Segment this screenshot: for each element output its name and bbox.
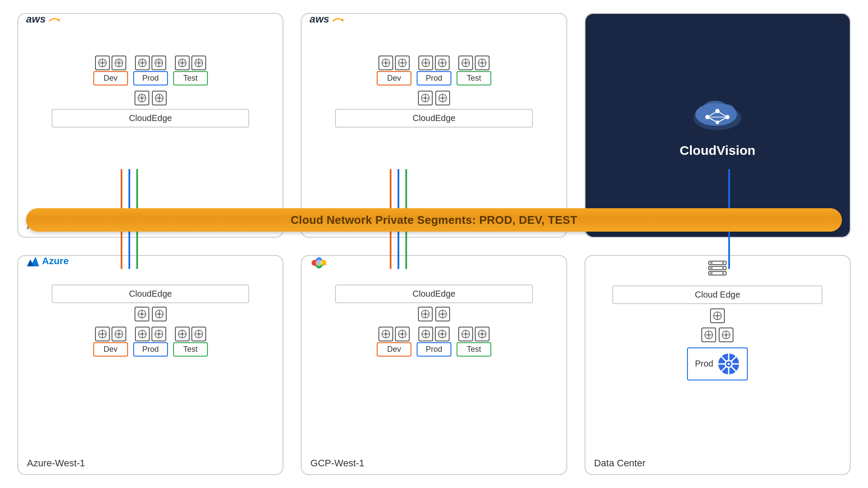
router-icon bbox=[378, 327, 393, 341]
router-icon bbox=[475, 56, 490, 70]
kubernetes-icon bbox=[717, 353, 740, 375]
router-icon bbox=[378, 56, 393, 70]
dev-segment: Dev bbox=[93, 54, 128, 85]
router-icon bbox=[418, 56, 433, 70]
azure-west-region: Azure CloudEdge Dev bbox=[17, 255, 283, 475]
aws-arrow-icon bbox=[48, 15, 60, 23]
dev-segment: Dev bbox=[377, 325, 411, 357]
svg-point-195 bbox=[717, 315, 718, 317]
prod-segment: Prod bbox=[417, 54, 451, 85]
cloud-edge-router bbox=[418, 307, 433, 321]
svg-rect-190 bbox=[710, 272, 713, 274]
svg-point-203 bbox=[725, 334, 727, 336]
gcp-logo bbox=[309, 255, 329, 271]
svg-line-54 bbox=[139, 95, 141, 97]
gcp-west-region: CloudEdge Dev Prod bbox=[301, 255, 567, 475]
svg-line-61 bbox=[161, 95, 162, 97]
aws-logo-2: aws bbox=[309, 13, 344, 25]
region-label-datacenter: Data Center bbox=[594, 458, 646, 469]
cloud-edge-router bbox=[435, 91, 450, 105]
svg-point-170 bbox=[425, 333, 427, 335]
cloud-edge-router-dc bbox=[710, 308, 725, 323]
router-icon bbox=[458, 56, 473, 70]
vpc-row-top: Dev Prod bbox=[27, 54, 274, 85]
svg-point-185 bbox=[722, 262, 724, 264]
cloud-edge-box-azure: CloudEdge bbox=[52, 285, 249, 303]
prod-label: Prod bbox=[417, 342, 451, 357]
router-icon bbox=[719, 328, 733, 342]
svg-line-30 bbox=[140, 60, 141, 62]
test-segment: Test bbox=[457, 54, 491, 85]
svg-point-83 bbox=[465, 62, 467, 64]
svg-line-55 bbox=[143, 95, 145, 97]
svg-point-137 bbox=[158, 333, 160, 335]
svg-point-188 bbox=[722, 267, 724, 269]
router-icon bbox=[175, 56, 190, 70]
prod-k8s-row: Prod bbox=[687, 347, 748, 380]
router-icon bbox=[175, 327, 190, 341]
test-label: Test bbox=[457, 71, 491, 85]
aws-text: aws bbox=[26, 13, 46, 25]
dev-segment: Dev bbox=[377, 54, 411, 85]
router-icon bbox=[435, 56, 450, 70]
dev-label: Dev bbox=[377, 342, 411, 357]
cloud-edge-box-gcp: CloudEdge bbox=[335, 285, 533, 303]
aws-text-2: aws bbox=[309, 13, 329, 25]
aws-east-region: aws Dev bbox=[17, 13, 283, 238]
svg-point-121 bbox=[158, 313, 160, 315]
svg-point-71 bbox=[401, 62, 403, 64]
router-icon bbox=[135, 56, 150, 70]
svg-point-125 bbox=[102, 333, 103, 335]
test-label: Test bbox=[173, 342, 208, 357]
svg-point-32 bbox=[141, 62, 143, 64]
svg-point-182 bbox=[481, 333, 483, 335]
aws-logo: aws bbox=[26, 13, 60, 25]
prod-segment: Prod bbox=[417, 325, 451, 357]
svg-rect-184 bbox=[710, 262, 713, 264]
svg-point-44 bbox=[181, 62, 183, 64]
azure-logo-icon bbox=[26, 255, 40, 267]
svg-line-25 bbox=[120, 60, 122, 62]
svg-point-145 bbox=[198, 333, 200, 335]
aws-arrow-icon-2 bbox=[332, 15, 344, 23]
svg-point-62 bbox=[158, 97, 160, 99]
gcp-logo-icon bbox=[309, 255, 329, 271]
router-icon bbox=[435, 327, 450, 341]
network-bar-text: Cloud Network Private Segments: PROD, DE… bbox=[291, 213, 577, 227]
cloud-edge-router bbox=[152, 91, 167, 105]
cloud-edge-azure: CloudEdge bbox=[27, 285, 274, 321]
router-icon bbox=[151, 327, 166, 341]
svg-line-24 bbox=[116, 60, 118, 62]
router-icon bbox=[395, 56, 410, 70]
svg-point-56 bbox=[141, 97, 143, 99]
svg-line-42 bbox=[180, 60, 181, 62]
prod-label: Prod bbox=[133, 71, 168, 85]
svg-point-75 bbox=[425, 62, 427, 64]
svg-point-207 bbox=[728, 363, 730, 365]
svg-point-158 bbox=[442, 313, 444, 315]
cloud-edge-section: CloudEdge bbox=[27, 91, 274, 128]
router-icon bbox=[475, 327, 490, 341]
region-label-gcp: GCP-West-1 bbox=[310, 458, 364, 469]
dev-label: Dev bbox=[93, 71, 128, 85]
svg-line-43 bbox=[184, 60, 185, 62]
svg-line-37 bbox=[160, 60, 161, 62]
azure-text: Azure bbox=[42, 255, 69, 267]
svg-line-31 bbox=[144, 60, 145, 62]
prod-label-dc: Prod bbox=[695, 359, 713, 369]
dev-label: Dev bbox=[377, 71, 411, 85]
svg-point-38 bbox=[158, 62, 160, 64]
router-icon bbox=[151, 56, 166, 70]
cloud-edge-box-dc: Cloud Edge bbox=[612, 285, 822, 304]
router-icon bbox=[191, 56, 206, 70]
cloud-edge-box-2: CloudEdge bbox=[335, 109, 533, 128]
svg-point-117 bbox=[141, 313, 143, 315]
svg-point-20 bbox=[102, 62, 103, 64]
test-label: Test bbox=[457, 342, 491, 357]
svg-point-199 bbox=[708, 334, 710, 336]
svg-point-91 bbox=[424, 97, 426, 99]
cloudvision-label: CloudVision bbox=[680, 143, 755, 158]
vpc-row-azure: Dev Prod Test bbox=[27, 325, 274, 357]
router-icon bbox=[95, 56, 110, 70]
svg-line-19 bbox=[104, 60, 105, 62]
